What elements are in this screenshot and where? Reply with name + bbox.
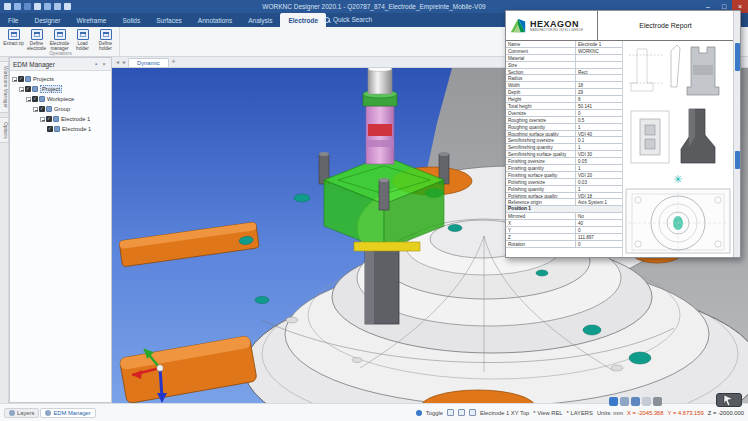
snap-icon[interactable]	[447, 409, 454, 416]
tab-scroll-left-icon[interactable]: ◂	[114, 57, 121, 67]
report-row-value: 18	[576, 82, 622, 88]
report-row: Polishing surface quality VDI 18	[506, 193, 622, 200]
report-row-value: 1	[576, 186, 622, 192]
edm-panel-header: EDM Manager ▪ ×	[10, 58, 111, 71]
collapsed-panel-tab[interactable]: Options	[0, 117, 9, 144]
holder-post-front	[379, 180, 389, 210]
options-icon[interactable]	[64, 3, 71, 10]
hexagon-logo-icon	[509, 17, 527, 35]
save-icon[interactable]	[24, 3, 31, 10]
tree-item-label[interactable]: Workpiece	[47, 96, 74, 102]
ribbon-tab[interactable]: File	[0, 13, 26, 27]
zoom-fit-icon[interactable]	[631, 397, 640, 406]
orbit-icon[interactable]	[609, 397, 618, 406]
tree-expander-icon[interactable]	[12, 77, 17, 82]
ribbon-tab[interactable]: Wireframe	[69, 13, 115, 27]
report-row: Roughing oversize 0.5	[506, 117, 622, 124]
report-row: Size	[506, 62, 622, 69]
tree-expander-icon[interactable]	[33, 107, 38, 112]
tree-item-label[interactable]: Projects	[33, 76, 54, 82]
cursor-mode-indicator[interactable]	[716, 393, 742, 407]
quick-access-toolbar[interactable]	[4, 3, 71, 10]
tree-item-label[interactable]: Project	[40, 85, 62, 93]
pan-icon[interactable]	[620, 397, 629, 406]
toggle-icon[interactable]	[416, 410, 422, 416]
tree-checkbox[interactable]: ✓	[39, 106, 45, 112]
tree-row[interactable]: ✓ Workpiece	[10, 94, 111, 104]
tree-checkbox[interactable]: ✓	[32, 96, 38, 102]
quick-search-label: Quick Search	[333, 13, 372, 27]
report-row-value	[576, 55, 622, 61]
viewport-tab-dynamic[interactable]: Dynamic	[128, 58, 169, 67]
panel-tab[interactable]: EDM Manager	[40, 408, 95, 418]
report-scrollbar[interactable]	[733, 11, 740, 257]
units-label: Units: mm	[597, 410, 623, 416]
tree-item-label[interactable]: Group	[54, 106, 70, 112]
tree-item-label[interactable]: Electrode 1	[62, 126, 91, 132]
tree-checkbox[interactable]: ✓	[47, 126, 53, 132]
panel-bottom-tabs: Layers EDM Manager	[4, 408, 96, 418]
ribbon-button[interactable]: Load holder	[71, 27, 94, 51]
tree-checkbox[interactable]: ✓	[18, 76, 24, 82]
redo-icon[interactable]	[44, 3, 51, 10]
report-row: Finishing quantity 1	[506, 165, 622, 172]
tree-expander-icon[interactable]	[40, 117, 45, 122]
electrode-dark-3d-view	[681, 109, 715, 163]
layers-label: * LAYERS	[567, 410, 593, 416]
ribbon-tab[interactable]: Solids	[114, 13, 148, 27]
grid-icon[interactable]	[642, 397, 651, 406]
tree-row[interactable]: ✓ Project	[10, 84, 111, 94]
new-icon[interactable]	[4, 3, 11, 10]
undo-icon[interactable]	[34, 3, 41, 10]
pin-icon[interactable]: ▪	[92, 61, 100, 67]
collapsed-panel-tab[interactable]: Workzone Manager	[0, 61, 9, 113]
tree-checkbox[interactable]: ✓	[25, 86, 31, 92]
ribbon-tab[interactable]: Annotations	[190, 13, 240, 27]
tree-row[interactable]: ✓ Electrode 1	[10, 114, 111, 124]
tree-expander-icon[interactable]	[19, 87, 24, 92]
edm-panel-title: EDM Manager	[13, 61, 92, 68]
ribbon-tab[interactable]: Surfaces	[148, 13, 190, 27]
ribbon-button[interactable]: Define holder	[94, 27, 117, 51]
ribbon-tab[interactable]: Electrode	[280, 13, 326, 27]
report-row-label: Semifinishing oversize	[506, 137, 576, 143]
shading-icon[interactable]	[653, 397, 662, 406]
report-table: Name Electrode 1 Comment WORKNC Material	[506, 41, 623, 257]
tree-row[interactable]: ✓ Projects	[10, 74, 111, 84]
axis-icon[interactable]	[458, 409, 465, 416]
panel-tab[interactable]: Layers	[4, 408, 39, 418]
open-icon[interactable]	[14, 3, 21, 10]
edm-manager-panel: EDM Manager ▪ × ✓ Projects ✓	[9, 57, 112, 403]
ribbon-button[interactable]: Extract tip	[2, 27, 25, 51]
ribbon-button[interactable]: Electrode manager	[48, 27, 71, 51]
close-icon[interactable]: ×	[100, 61, 108, 67]
report-row: Radius	[506, 75, 622, 82]
ribbon-tab[interactable]: Designer	[26, 13, 68, 27]
tree-item-label[interactable]: Electrode 1	[61, 116, 90, 122]
report-row-value: 111.897	[576, 234, 622, 240]
report-row: Depth 29	[506, 89, 622, 96]
report-row: Finishing surface quality VDI 20	[506, 172, 622, 179]
tree-row[interactable]: ✓ Electrode 1	[10, 124, 111, 134]
report-row: Rotation 0	[506, 241, 622, 248]
add-viewport-tab-icon[interactable]: +	[169, 57, 179, 67]
ribbon-tab[interactable]: Analysis	[240, 13, 280, 27]
quick-search[interactable]: Quick Search	[324, 13, 372, 27]
report-row-value: 1	[576, 165, 622, 171]
tree-expander-icon[interactable]	[26, 97, 31, 102]
print-icon[interactable]	[54, 3, 61, 10]
plane-icon[interactable]	[469, 409, 476, 416]
report-row: Y 0	[506, 227, 622, 234]
ribbon-button[interactable]: Define electrode	[25, 27, 48, 51]
toggle-label[interactable]: Toggle	[426, 410, 443, 416]
report-row-label: X	[506, 220, 576, 226]
scrollbar-thumb[interactable]	[735, 43, 740, 71]
holder-pink-band	[366, 140, 394, 147]
report-row-label: Polishing oversize	[506, 179, 576, 185]
view-mini-toolbar[interactable]	[609, 397, 662, 406]
tree-row[interactable]: ✓ Group	[10, 104, 111, 114]
report-row: Finishing oversize 0.05	[506, 158, 622, 165]
tab-scroll-right-icon[interactable]: ▸	[121, 57, 128, 67]
tree-checkbox[interactable]: ✓	[46, 116, 52, 122]
cursor-arrow-icon	[723, 395, 735, 406]
